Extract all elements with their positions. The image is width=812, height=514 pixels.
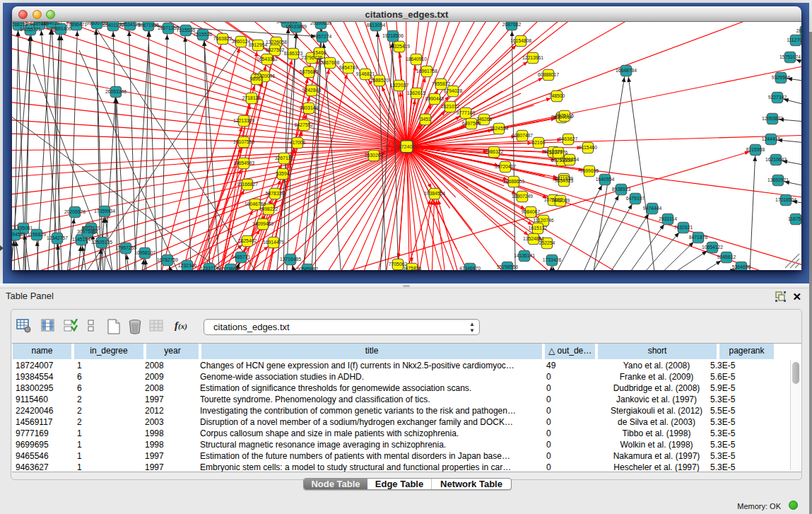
svg-text:1244415: 1244415: [762, 136, 781, 141]
svg-text:3624554: 3624554: [490, 126, 509, 131]
svg-text:30975887: 30975887: [77, 229, 98, 234]
svg-text:1621072: 1621072: [441, 104, 460, 109]
svg-text:2087682: 2087682: [502, 22, 522, 27]
svg-text:8912954: 8912954: [249, 42, 268, 47]
svg-text:748500: 748500: [549, 93, 565, 98]
svg-text:6497568: 6497568: [462, 121, 481, 126]
svg-text:1112706: 1112706: [787, 37, 801, 42]
svg-text:2975115: 2975115: [555, 113, 574, 118]
svg-text:2530203: 2530203: [365, 153, 384, 158]
svg-text:7986322: 7986322: [485, 149, 504, 154]
svg-text:11120746: 11120746: [533, 218, 553, 223]
svg-text:3475836: 3475836: [403, 266, 422, 270]
svg-text:8938923: 8938923: [612, 187, 631, 192]
svg-text:13692971: 13692971: [767, 177, 789, 182]
svg-text:1145194: 1145194: [72, 237, 90, 242]
svg-text:1362615: 1362615: [407, 90, 426, 95]
svg-text:9242848: 9242848: [302, 88, 322, 93]
svg-text:12093872: 12093872: [762, 116, 783, 121]
svg-text:5364698: 5364698: [732, 264, 751, 269]
svg-text:15751074: 15751074: [779, 54, 801, 59]
svg-text:2867608: 2867608: [321, 60, 340, 65]
svg-text:1156829: 1156829: [28, 232, 46, 237]
svg-text:1232346: 1232346: [178, 263, 197, 268]
svg-text:8186323: 8186323: [284, 51, 303, 56]
svg-text:14099489: 14099489: [252, 221, 273, 226]
svg-text:20891406: 20891406: [50, 26, 71, 31]
svg-text:9115460: 9115460: [579, 145, 597, 150]
svg-text:7663822: 7663822: [213, 36, 233, 41]
svg-text:16961758: 16961758: [416, 69, 437, 74]
svg-text:40094589: 40094589: [12, 232, 25, 237]
svg-text:9474444: 9474444: [643, 206, 662, 211]
svg-text:2788238: 2788238: [12, 22, 28, 27]
svg-text:13226058: 13226058: [266, 40, 287, 45]
svg-text:23796726: 23796726: [301, 55, 322, 60]
svg-text:1640954: 1640954: [596, 177, 615, 182]
svg-text:98961: 98961: [250, 76, 264, 81]
svg-text:47346970: 47346970: [459, 266, 481, 270]
svg-text:9777169: 9777169: [457, 110, 476, 115]
svg-text:7955812: 7955812: [432, 81, 451, 86]
svg-text:26053346: 26053346: [105, 89, 126, 94]
svg-text:6479197: 6479197: [626, 196, 645, 201]
svg-text:2803144: 2803144: [300, 105, 319, 110]
svg-text:7515536: 7515536: [177, 28, 196, 33]
svg-text:417006: 417006: [290, 140, 306, 145]
svg-text:15466: 15466: [313, 50, 326, 55]
svg-text:9465771: 9465771: [232, 255, 251, 259]
svg-text:9463627: 9463627: [559, 136, 578, 141]
svg-text:12213369: 12213369: [233, 118, 254, 123]
svg-text:746266: 746266: [476, 117, 493, 122]
svg-text:17957255: 17957255: [115, 245, 136, 250]
svg-text:3451: 3451: [420, 117, 430, 122]
svg-text:5875685: 5875685: [300, 69, 319, 74]
svg-text:18724007: 18724007: [396, 144, 418, 150]
svg-text:19384554: 19384554: [424, 191, 445, 196]
svg-text:9227342: 9227342: [768, 95, 787, 100]
svg-text:2933114: 2933114: [659, 216, 677, 221]
svg-text:17016504: 17016504: [775, 197, 796, 202]
svg-text:9827502: 9827502: [266, 47, 285, 52]
svg-text:27896471: 27896471: [66, 22, 87, 27]
svg-text:7442089: 7442089: [551, 198, 570, 203]
svg-text:9245612: 9245612: [717, 255, 736, 259]
svg-text:19218506: 19218506: [382, 33, 404, 38]
svg-text:6233774: 6233774: [200, 266, 219, 270]
svg-text:12213961: 12213961: [522, 55, 543, 60]
svg-text:1335061: 1335061: [14, 226, 33, 230]
svg-text:16033809: 16033809: [286, 24, 307, 29]
svg-text:16914479: 16914479: [263, 240, 284, 245]
svg-text:3267130: 3267130: [275, 156, 294, 160]
svg-text:6794028: 6794028: [444, 88, 463, 93]
svg-text:20206576: 20206576: [64, 209, 86, 214]
svg-text:16543362: 16543362: [257, 57, 278, 62]
svg-text:5878334: 5878334: [266, 191, 285, 196]
svg-text:13325419: 13325419: [389, 44, 410, 49]
svg-text:16782759: 16782759: [157, 257, 178, 262]
svg-text:1615132: 1615132: [529, 226, 548, 230]
svg-text:10671955: 10671955: [138, 23, 159, 28]
svg-text:16154808: 16154808: [510, 38, 531, 43]
svg-text:7632621: 7632621: [674, 225, 693, 230]
svg-text:2221854: 2221854: [560, 157, 579, 162]
svg-text:19654983: 19654983: [233, 160, 254, 165]
svg-text:8454749: 8454749: [339, 65, 358, 70]
svg-text:63238057: 63238057: [220, 267, 241, 270]
svg-text:15720407: 15720407: [495, 164, 516, 169]
svg-text:9654923: 9654923: [555, 178, 574, 183]
svg-text:16648784: 16648784: [616, 68, 637, 73]
svg-text:60888017: 60888017: [538, 72, 559, 77]
svg-text:116753: 116753: [788, 216, 801, 221]
svg-text:90585882: 90585882: [297, 267, 318, 270]
svg-text:62160: 62160: [532, 140, 546, 145]
svg-text:16740197: 16740197: [41, 22, 62, 25]
svg-text:1733426: 1733426: [543, 257, 562, 262]
svg-text:18640910: 18640910: [406, 57, 427, 62]
svg-text:18807249: 18807249: [512, 194, 533, 199]
svg-text:10688603: 10688603: [503, 179, 524, 184]
svg-text:8427552: 8427552: [295, 122, 314, 127]
svg-text:14136141: 14136141: [514, 253, 535, 258]
svg-text:5107776: 5107776: [549, 150, 568, 155]
svg-text:12342757: 12342757: [47, 235, 68, 240]
